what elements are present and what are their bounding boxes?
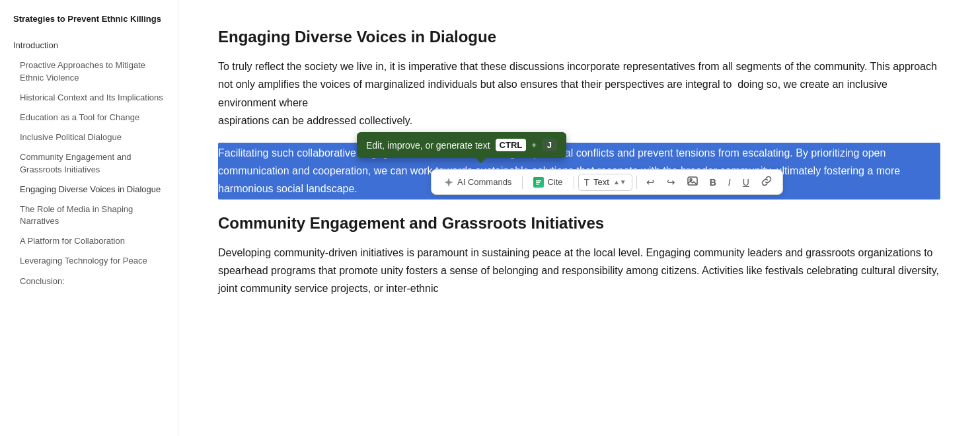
sidebar-item-leveraging[interactable]: Leveraging Technology for Peace xyxy=(0,251,178,271)
cite-label: Cite xyxy=(547,177,562,187)
section1-body: To truly reflect the society we live in,… xyxy=(218,57,940,129)
bold-button[interactable]: B xyxy=(704,174,722,191)
tooltip-popup: Edit, improve, or generate text CTRL + J xyxy=(357,132,566,158)
toolbar-divider-2 xyxy=(574,176,574,189)
tooltip-text: Edit, improve, or generate text xyxy=(366,140,490,151)
sidebar-title: Strategies to Prevent Ethnic Killings xyxy=(0,13,178,36)
sidebar-item-engaging[interactable]: Engaging Diverse Voices in Dialogue xyxy=(0,180,178,200)
undo-button[interactable]: ↩ xyxy=(641,173,660,192)
redo-icon: ↪ xyxy=(667,176,675,188)
cite-icon xyxy=(533,177,544,188)
underline-button[interactable]: U xyxy=(737,174,755,191)
ai-commands-label: AI Commands xyxy=(457,177,511,187)
sidebar-item-platform[interactable]: A Platform for Collaboration xyxy=(0,231,178,251)
sidebar: Strategies to Prevent Ethnic Killings In… xyxy=(0,0,178,436)
ctrl-key: CTRL xyxy=(496,139,527,151)
image-button[interactable] xyxy=(682,172,703,192)
svg-rect-2 xyxy=(536,184,539,185)
redo-button[interactable]: ↪ xyxy=(661,173,681,192)
sidebar-item-inclusive[interactable]: Inclusive Political Dialogue xyxy=(0,127,178,147)
svg-point-4 xyxy=(690,179,692,181)
svg-rect-1 xyxy=(536,182,540,183)
formatting-toolbar: AI Commands Cite T Text ▲▼ ↩ xyxy=(431,169,783,195)
link-button[interactable] xyxy=(756,172,777,192)
italic-button[interactable]: I xyxy=(723,174,736,191)
link-icon xyxy=(761,176,772,188)
j-key: J xyxy=(542,139,557,151)
section2-heading: Community Engagement and Grassroots Init… xyxy=(218,213,940,233)
image-icon xyxy=(687,176,698,188)
sidebar-item-introduction[interactable]: Introduction xyxy=(0,36,178,55)
cite-button[interactable]: Cite xyxy=(527,174,569,191)
italic-icon: I xyxy=(728,177,731,188)
sidebar-item-media[interactable]: The Role of Media in Shaping Narratives xyxy=(0,200,178,231)
sidebar-item-community[interactable]: Community Engagement and Grassroots Init… xyxy=(0,147,178,179)
section2-body: Developing community-driven initiatives … xyxy=(218,244,940,298)
main-content: Engaging Diverse Voices in Dialogue To t… xyxy=(178,0,980,436)
text-format-icon: T xyxy=(584,177,590,188)
sidebar-item-proactive[interactable]: Proactive Approaches to Mitigate Ethnic … xyxy=(0,55,178,87)
svg-rect-0 xyxy=(536,180,541,182)
bold-icon: B xyxy=(710,177,716,188)
ai-commands-button[interactable]: AI Commands xyxy=(437,174,518,191)
text-format-select[interactable]: T Text ▲▼ xyxy=(578,174,632,191)
toolbar-divider-1 xyxy=(522,176,523,189)
underline-icon: U xyxy=(743,177,749,188)
sidebar-item-education[interactable]: Education as a Tool for Change xyxy=(0,108,178,127)
section1-heading: Engaging Diverse Voices in Dialogue xyxy=(218,26,940,47)
sidebar-item-conclusion[interactable]: Conclusion: xyxy=(0,272,178,291)
ai-icon xyxy=(443,177,454,188)
plus-label: + xyxy=(531,140,537,150)
chevron-down-icon: ▲▼ xyxy=(613,178,626,186)
sidebar-item-historical[interactable]: Historical Context and Its Implications xyxy=(0,88,178,108)
text-format-label: Text xyxy=(593,177,609,187)
toolbar-divider-3 xyxy=(636,176,637,189)
undo-icon: ↩ xyxy=(646,176,655,188)
